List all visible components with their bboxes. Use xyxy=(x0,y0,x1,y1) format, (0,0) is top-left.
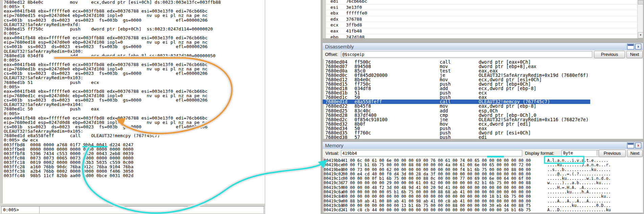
display-format-select[interactable]: Byte ▼ xyxy=(561,150,603,157)
command-input[interactable] xyxy=(40,207,264,214)
register-row[interactable]: ecx3ffbd8 xyxy=(326,22,637,28)
memory-row[interactable]: 00419c3677 00 00 00 00 00 29 00 00 00 61… xyxy=(323,181,643,185)
register-row[interactable]: edi76cb66bc xyxy=(326,0,637,4)
disassembly-title: Disassembly xyxy=(325,44,354,49)
virtual-address-input[interactable] xyxy=(341,150,522,156)
register-value: ffffffe0 xyxy=(346,10,367,16)
memory-address: 00419c84 xyxy=(324,194,343,199)
register-name: edi xyxy=(330,0,338,4)
register-row[interactable]: eax41fb48 xyxy=(326,28,637,34)
console-line: OLEAUT32!SafeArrayRedim+0xfd: xyxy=(0,22,265,27)
register-value: 3e13f0 xyxy=(346,5,362,10)
disassembly-listing[interactable]: 7680ed04ff500ccalldword ptr [eax+0Ch]768… xyxy=(323,59,643,139)
register-row[interactable]: esi3e13f0 xyxy=(326,4,637,10)
memory-address: 00419c9e xyxy=(324,199,343,204)
memory-address: 00419c36 xyxy=(324,181,343,185)
memory-row[interactable]: 00419c6a00 00 00 00 00 00 05 b1 6b 75 00… xyxy=(323,190,643,194)
memory-title: Memory xyxy=(325,143,343,148)
close-icon[interactable]: x xyxy=(635,44,641,49)
memory-ascii: ........ku....h.A......... xyxy=(547,190,611,194)
memory-row[interactable]: 00419cb800 00 00 00 00 00 00 00 13 b1 6b… xyxy=(323,204,643,208)
console-line: 7680ed1c 50 push eax xyxy=(0,107,265,111)
dock-frame-band-2 xyxy=(321,139,644,142)
register-value: 41fb48 xyxy=(346,28,362,34)
console-line: 003ffbf8 5396 7434 c553 0000 ca20 0043 2… xyxy=(0,151,265,156)
memory-titlebar: Memory x xyxy=(323,142,643,150)
register-row[interactable]: ebp247d108 xyxy=(326,34,637,38)
console-line: cs=001b ss=0023 ds=0023 es=0023 fs=003b … xyxy=(0,44,265,49)
memory-row[interactable]: 00419c0200 00 e4 cd 40 00 f0 d4 3d 00 28… xyxy=(323,172,643,176)
registers-scrollbar[interactable]: ▼ xyxy=(637,0,643,38)
memory-address: 00419bce xyxy=(324,163,343,167)
memory-ascii: ..s...b...........ku...... xyxy=(547,168,611,172)
console-line: 0:005> xyxy=(0,111,265,116)
command-input-row: 0:005> xyxy=(1,206,264,214)
command-window: 7680ed12 8b4e0c mov ecx,dword ptr [esi+0… xyxy=(0,0,265,214)
memory-address: 00419be8 xyxy=(324,168,343,172)
memory-address: 00419c02 xyxy=(324,172,343,176)
dock-window-icon[interactable] xyxy=(627,44,634,49)
memory-row[interactable]: 00419cd241 00 c8 cb 44 00 00 00 00 00 00… xyxy=(323,208,643,212)
console-line: 003ffbe8 0000 0000 0000 0000 0000 0000 0… xyxy=(0,147,265,151)
memory-toolbar: Virtual: Display format: Byte ▼ Previous… xyxy=(323,149,643,158)
offset-label: Offset: xyxy=(325,52,338,57)
console-line: 0:005> dw ecx xyxy=(0,138,265,142)
scrollbar-down-arrow-icon[interactable]: ▼ xyxy=(638,32,643,38)
memory-row[interactable]: 00419c5000 00 00 00 48 f2 3d 00 48 9d 41… xyxy=(323,186,643,190)
memory-address: 00419c6a xyxy=(324,190,343,194)
memory-address: 00419c1c xyxy=(324,176,343,181)
instruction-mnemonic: push xyxy=(440,135,451,139)
registers-list: edi76cb66bcesi3e13f0ebxffffffe0edx376788… xyxy=(326,0,637,38)
register-name: ebp xyxy=(330,35,338,38)
register-row[interactable]: ebxffffffe0 xyxy=(326,10,637,16)
memory-bytes: 00 00 00 00 00 00 05 b1 6b 75 00 00 00 8… xyxy=(343,190,531,194)
memory-bytes: 00 00 00 00 0f b1 6b 75 00 00 00 88 0c 0… xyxy=(343,176,531,181)
memory-previous-button[interactable]: Previous xyxy=(599,150,626,157)
memory-ascii: ......ku........w.i.n.d.o. xyxy=(547,176,611,181)
memory-address: 00419bb4 xyxy=(324,158,343,163)
console-line: 003ffbd8 0008 0000 a768 01f7 9bb4 0041 d… xyxy=(0,143,265,147)
memory-row[interactable]: 00419bce00 00 f1 b1 6b 75 00 00 00 88 08… xyxy=(323,163,643,167)
instruction-operands: edi xyxy=(479,135,487,139)
command-output[interactable]: 7680ed12 8b4e0c mov ecx,dword ptr [esi+0… xyxy=(0,0,265,204)
memory-ascii: ....H.=.H.A. .A.......... xyxy=(547,186,608,190)
memory-ascii: w.....)...a.b.......ku.... xyxy=(547,181,611,185)
virtual-label: Virtual: xyxy=(325,151,339,156)
disassembly-previous-button[interactable]: Previous xyxy=(594,51,625,58)
disassembly-line[interactable]: 7680ed3857pushedi xyxy=(323,135,643,139)
console-line: eax=0041fb48 ebx=ffffffe0 ecx=003ffbd8 e… xyxy=(0,89,265,93)
scrollbar-thumb[interactable] xyxy=(638,0,643,4)
disassembly-toolbar: Offset: Previous Next xyxy=(323,50,643,59)
memory-hex-dump[interactable]: 00419bb441 00 6c 00 61 00 6e 00 00 00 69… xyxy=(323,157,643,213)
console-line: 7680ed18 034df8 add ecx,dword ptr [ebp-8… xyxy=(0,53,265,58)
command-prompt-label: 0:005> xyxy=(1,207,40,214)
dock-frame-band-1 xyxy=(321,38,644,43)
memory-address: 00419c50 xyxy=(324,186,343,190)
memory-address: 00419cd2 xyxy=(324,208,343,212)
memory-next-button[interactable]: Next xyxy=(627,150,643,157)
memory-row[interactable]: 00419c1c00 00 00 00 0f b1 6b 75 00 00 00… xyxy=(323,176,643,181)
disassembly-titlebar: Disassembly x xyxy=(323,43,643,51)
register-name: ebx xyxy=(330,10,338,16)
register-name: ecx xyxy=(330,22,338,27)
memory-row[interactable]: 00419c8400 00 00 00 00 00 00 00 00 00 00… xyxy=(323,194,643,199)
memory-bytes: 41 00 6c 00 61 00 6e 00 00 00 69 00 76 0… xyxy=(343,158,531,163)
console-line: 0:005> xyxy=(0,85,265,89)
memory-bytes: 00 00 00 00 00 00 00 00 00 00 00 00 00 0… xyxy=(343,194,531,199)
memory-address: 00419cb8 xyxy=(324,204,343,208)
memory-row[interactable]: 00419bb441 00 6c 00 61 00 6e 00 00 00 69… xyxy=(323,158,643,163)
memory-row[interactable]: 00419c9e00 88 b0 ab 41 00 80 ab 41 00 98… xyxy=(323,199,643,204)
disassembly-next-button[interactable]: Next xyxy=(626,51,643,58)
dock-window-icon[interactable] xyxy=(627,143,634,148)
memory-row[interactable]: 00419be800 00 73 00 00 00 62 00 00 00 00… xyxy=(323,168,643,172)
register-value: 3ffbd8 xyxy=(346,22,362,27)
memory-bytes: 00 00 e4 cd 40 00 f0 d4 3d 00 28 da 3f 0… xyxy=(343,172,531,176)
offset-input[interactable] xyxy=(341,51,592,58)
register-row[interactable]: edx376788 xyxy=(326,16,637,22)
registers-gutter xyxy=(323,0,326,38)
dock-frame-band-3 xyxy=(321,213,644,214)
close-icon[interactable]: x xyxy=(635,143,641,148)
windbg-workspace: 7680ed12 8b4e0c mov ecx,dword ptr [esi+0… xyxy=(0,0,644,214)
console-line: 7680ed1d e8a558feff call OLEAUT32!memcpy… xyxy=(0,133,265,138)
memory-ascii: A.l.a.n...i.v.a.t.e...... xyxy=(547,158,608,163)
